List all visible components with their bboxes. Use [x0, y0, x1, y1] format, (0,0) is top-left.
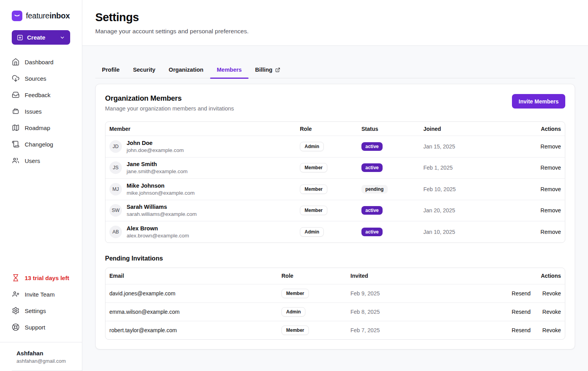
role-cell: Admin	[278, 307, 347, 317]
joined-date: Jan 10, 2025	[419, 229, 514, 235]
status-badge: active	[361, 142, 383, 151]
resend-button[interactable]: Resend	[512, 309, 530, 315]
tab-label: Profile	[102, 67, 120, 73]
members-card-titles: Organization Members Manage your organiz…	[105, 94, 234, 112]
tab-profile[interactable]: Profile	[95, 64, 126, 78]
user-name: Ashfahan	[16, 350, 82, 357]
brand-logo[interactable]: featureinbox	[0, 0, 82, 21]
sidebar-spacer	[0, 169, 82, 270]
sidebar-item-label: Changelog	[25, 141, 53, 148]
table-row: JS Jane Smith jane.smith@example.com Mem…	[105, 157, 565, 179]
avatar: MJ	[109, 183, 122, 195]
actions-cell: Remove	[514, 186, 565, 192]
members-card: Organization Members Manage your organiz…	[95, 84, 575, 349]
revoke-button[interactable]: Revoke	[543, 327, 561, 333]
actions-cell: Resend Revoke	[475, 327, 565, 333]
actions-cell: Remove	[514, 229, 565, 235]
role-cell: Member	[278, 289, 347, 298]
brand-name-light: feature	[26, 11, 49, 20]
resend-button[interactable]: Resend	[512, 327, 530, 333]
sidebar-item-feedback[interactable]: Feedback	[12, 87, 70, 103]
tab-organization[interactable]: Organization	[162, 64, 210, 78]
remove-button[interactable]: Remove	[541, 186, 561, 192]
tab-security[interactable]: Security	[126, 64, 162, 78]
remove-button[interactable]: Remove	[541, 207, 561, 214]
actions-cell: Remove	[514, 165, 565, 171]
tab-label: Organization	[169, 67, 203, 73]
sidebar-item-dashboard[interactable]: Dashboard	[12, 54, 70, 70]
remove-button[interactable]: Remove	[541, 165, 561, 171]
sidebar-item-support[interactable]: Support	[12, 319, 70, 335]
sidebar-item-invite-team[interactable]: Invite Team	[12, 286, 70, 302]
sidebar-item-label: Settings	[25, 308, 46, 314]
role-badge: Member	[281, 289, 309, 298]
column-header-member: Member	[105, 126, 296, 132]
members-section-subtitle: Manage your organization members and inv…	[105, 105, 234, 112]
revoke-button[interactable]: Revoke	[543, 309, 561, 315]
role-badge: Admin	[300, 227, 324, 237]
brand-name: featureinbox	[26, 11, 70, 20]
sidebar-item-changelog[interactable]: Changelog	[12, 136, 70, 152]
page-subtitle: Manage your account settings and persona…	[95, 28, 575, 35]
members-table-header: Member Role Status Joined Actions	[105, 122, 565, 136]
table-row: robert.taylor@example.com Member Feb 7, …	[105, 321, 565, 339]
plus-square-icon	[17, 34, 23, 41]
column-header-invited: Invited	[347, 273, 475, 279]
create-button[interactable]: Create	[12, 30, 70, 45]
member-cell: SW Sarah Williams sarah.williams@example…	[105, 204, 296, 217]
sidebar-item-settings[interactable]: Settings	[12, 302, 70, 319]
user-section[interactable]: Ashfahan ashfahan@gmail.com	[0, 342, 82, 371]
pending-invitations-title: Pending Invitations	[105, 255, 565, 262]
status-badge: active	[361, 163, 383, 172]
column-header-email: Email	[105, 273, 278, 279]
sidebar-item-label: Sources	[25, 75, 46, 82]
sidebar-nav: Dashboard Sources Feedback Issues Roadma…	[0, 54, 82, 169]
settings-tabs: Profile Security Organization Members Bi…	[95, 64, 575, 78]
role-badge: Member	[300, 206, 327, 215]
revoke-button[interactable]: Revoke	[543, 290, 561, 297]
tab-label: Security	[133, 67, 155, 73]
invite-members-button[interactable]: Invite Members	[512, 94, 565, 109]
main-content: Settings Manage your account settings an…	[82, 0, 588, 371]
member-identity: John Doe john.doe@example.com	[127, 140, 184, 153]
invite-email: robert.taylor@example.com	[105, 327, 278, 333]
avatar: JS	[109, 161, 122, 174]
inbox-icon	[12, 91, 20, 99]
hourglass-icon	[12, 274, 20, 282]
tab-billing[interactable]: Billing	[249, 64, 287, 78]
app-root: featureinbox Create Dashboard Sources Fe	[0, 0, 588, 371]
sidebar-item-sources[interactable]: Sources	[12, 70, 70, 87]
role-badge: Member	[281, 326, 309, 335]
actions-cell: Resend Revoke	[475, 309, 565, 315]
sidebar-item-issues[interactable]: Issues	[12, 103, 70, 119]
status-cell: active	[358, 163, 419, 172]
sidebar-item-label: Dashboard	[25, 59, 53, 65]
status-cell: active	[358, 142, 419, 151]
sidebar-item-roadmap[interactable]: Roadmap	[12, 119, 70, 136]
member-identity: Sarah Williams sarah.williams@example.co…	[127, 204, 197, 217]
joined-date: Jan 15, 2025	[419, 143, 514, 150]
joined-date: Jan 20, 2025	[419, 207, 514, 214]
role-cell: Member	[278, 326, 347, 335]
role-cell: Member	[296, 206, 358, 215]
tab-members[interactable]: Members	[210, 64, 249, 78]
remove-button[interactable]: Remove	[541, 229, 561, 235]
settings-content: Profile Security Organization Members Bi…	[82, 46, 588, 371]
create-button-label: Create	[27, 34, 45, 41]
member-email: sarah.williams@example.com	[127, 211, 197, 217]
tab-label: Members	[217, 67, 242, 73]
remove-button[interactable]: Remove	[541, 143, 561, 150]
member-email: mike.johnson@example.com	[127, 190, 195, 196]
column-header-role: Role	[278, 273, 347, 279]
sidebar-item-label: Support	[25, 324, 45, 331]
resend-button[interactable]: Resend	[512, 290, 530, 297]
column-header-status: Status	[358, 126, 419, 132]
user-block: Ashfahan ashfahan@gmail.com	[12, 342, 82, 371]
table-row: emma.wilson@example.com Admin Feb 8, 202…	[105, 302, 565, 321]
role-cell: Member	[296, 163, 358, 172]
role-cell: Admin	[296, 142, 358, 151]
sidebar-item-users[interactable]: Users	[12, 152, 70, 169]
invitations-table: Email Role Invited Actions david.jones@e…	[105, 268, 565, 340]
members-table: Member Role Status Joined Actions JD Joh…	[105, 121, 565, 243]
scroll-icon	[12, 140, 20, 148]
